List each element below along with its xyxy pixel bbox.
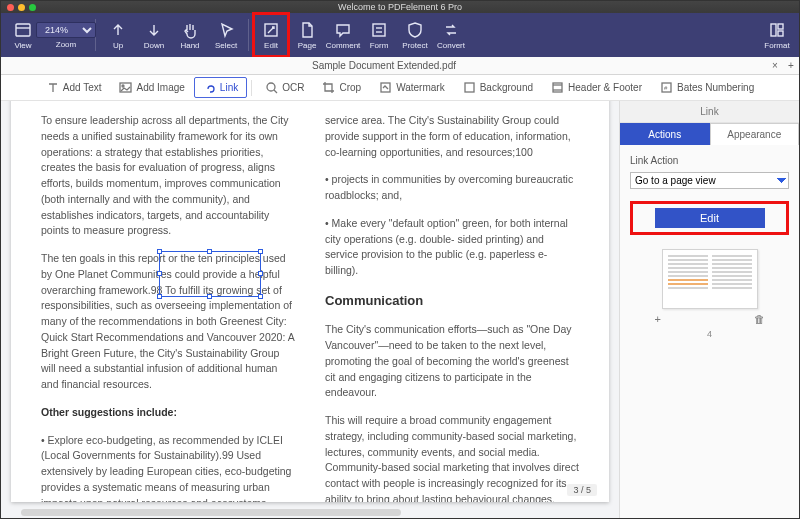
edit-button-highlight: Edit [630, 201, 789, 235]
page-icon [298, 21, 316, 39]
down-button[interactable]: Down [136, 13, 172, 57]
svg-rect-0 [16, 24, 30, 36]
link-properties-pane: Link Actions Appearance Link Action Go t… [619, 101, 799, 518]
document-tab[interactable]: Sample Document Extended.pdf [1, 60, 767, 71]
body-text: • Make every "default option" green, for… [325, 216, 579, 279]
subheading: Other suggestions include: [41, 405, 295, 421]
format-icon [768, 21, 786, 39]
link-edit-button[interactable]: Edit [655, 208, 765, 228]
svg-rect-3 [373, 24, 385, 36]
watermark-icon [379, 81, 392, 94]
image-icon [119, 81, 132, 94]
comment-button[interactable]: Comment [325, 13, 361, 57]
body-text: • Explore eco-budgeting, as recommended … [41, 433, 295, 503]
svg-text:#: # [664, 85, 668, 91]
main-toolbar: View 214% Zoom Up Down Hand Select Edit … [1, 13, 799, 57]
up-button[interactable]: Up [100, 13, 136, 57]
ocr-button[interactable]: OCR [256, 77, 313, 98]
crop-icon [322, 81, 335, 94]
background-icon [463, 81, 476, 94]
body-text: To ensure leadership across all departme… [41, 113, 295, 239]
tab-actions[interactable]: Actions [620, 123, 710, 145]
window-title: Welcome to PDFelement 6 Pro [1, 2, 799, 12]
link-annotation[interactable] [159, 251, 261, 297]
body-text: The ten goals in this report or the ten … [41, 251, 295, 393]
zoom-select[interactable]: 214% [36, 22, 96, 38]
view-icon [14, 21, 32, 39]
svg-rect-6 [771, 24, 776, 36]
convert-icon [442, 21, 460, 39]
tab-close-button[interactable]: × [767, 60, 783, 71]
link-action-select[interactable]: Go to a page view [630, 172, 789, 189]
svg-rect-13 [465, 83, 474, 92]
select-button[interactable]: Select [208, 13, 244, 57]
horizontal-scrollbar[interactable] [21, 509, 401, 516]
thumb-add-button[interactable]: + [655, 313, 661, 325]
link-button[interactable]: Link [194, 77, 247, 98]
body-text: The City's communication efforts—such as… [325, 322, 579, 401]
arrow-down-icon [145, 21, 163, 39]
thumb-delete-button[interactable]: 🗑 [754, 313, 765, 325]
edit-icon [262, 21, 280, 39]
pane-title: Link [620, 101, 799, 123]
watermark-button[interactable]: Watermark [370, 77, 454, 98]
add-text-button[interactable]: Add Text [37, 77, 111, 98]
svg-point-10 [122, 85, 124, 87]
hand-button[interactable]: Hand [172, 13, 208, 57]
link-action-label: Link Action [630, 155, 789, 166]
body-text: service area. The City's Sustainability … [325, 113, 579, 160]
header-footer-button[interactable]: Header & Footer [542, 77, 651, 98]
edit-button[interactable]: Edit [253, 13, 289, 57]
header-footer-icon [551, 81, 564, 94]
svg-rect-14 [553, 83, 562, 92]
page-button[interactable]: Page [289, 13, 325, 57]
svg-point-11 [267, 83, 275, 91]
page-number-badge: 3 / 5 [567, 484, 597, 496]
format-button[interactable]: Format [759, 13, 795, 57]
form-icon [370, 21, 388, 39]
svg-rect-8 [778, 31, 783, 36]
thumbnail-caption: 4 [707, 329, 712, 339]
hand-icon [181, 21, 199, 39]
add-image-button[interactable]: Add Image [110, 77, 193, 98]
bates-icon: # [660, 81, 673, 94]
tab-appearance[interactable]: Appearance [710, 123, 800, 145]
document-viewport[interactable]: To ensure leadership across all departme… [1, 101, 619, 518]
svg-rect-12 [381, 83, 390, 92]
convert-button[interactable]: Convert [433, 13, 469, 57]
comment-icon [334, 21, 352, 39]
edit-subtoolbar: Add Text Add Image Link OCR Crop Waterma… [1, 75, 799, 101]
document-page: To ensure leadership across all departme… [11, 101, 609, 502]
arrow-up-icon [109, 21, 127, 39]
link-icon [203, 81, 216, 94]
crop-button[interactable]: Crop [313, 77, 370, 98]
window-titlebar: Welcome to PDFelement 6 Pro [1, 1, 799, 13]
page-thumbnail[interactable] [662, 249, 758, 309]
section-heading: Communication [325, 291, 579, 311]
svg-rect-7 [778, 24, 783, 29]
cursor-icon [217, 21, 235, 39]
body-text: This will require a broad community enga… [325, 413, 579, 502]
document-tabbar: Sample Document Extended.pdf × + [1, 57, 799, 75]
tab-add-button[interactable]: + [783, 60, 799, 71]
ocr-icon [265, 81, 278, 94]
text-icon [46, 81, 59, 94]
body-text: • projects in communities by overcoming … [325, 172, 579, 204]
bates-button[interactable]: #Bates Numbering [651, 77, 763, 98]
zoom-button[interactable]: 214% Zoom [41, 13, 91, 57]
background-button[interactable]: Background [454, 77, 542, 98]
form-button[interactable]: Form [361, 13, 397, 57]
shield-icon [406, 21, 424, 39]
protect-button[interactable]: Protect [397, 13, 433, 57]
